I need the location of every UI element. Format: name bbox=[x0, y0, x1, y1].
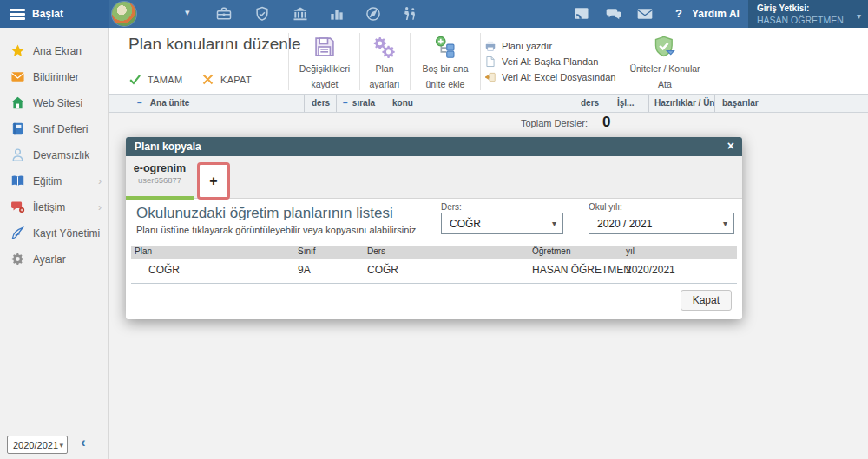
modal-kapat-button[interactable]: Kapat bbox=[681, 290, 732, 311]
person-icon bbox=[10, 148, 25, 162]
envelope-icon bbox=[10, 69, 25, 84]
sidebar-item-egitim[interactable]: Eğitim › bbox=[0, 168, 108, 193]
sidebar-item-ayarlar[interactable]: Ayarlar bbox=[0, 246, 108, 272]
avatar[interactable] bbox=[112, 2, 136, 26]
cell-plan: COĞR bbox=[148, 264, 180, 276]
import-from-excel-button[interactable]: Veri Al: Excel Dosyasından bbox=[484, 71, 615, 83]
plan-list-row[interactable]: COĞR 9A COĞR HASAN ÖĞRETMEN 2020/2021 bbox=[131, 259, 737, 284]
import-from-plan-label: Veri Al: Başka Plandan bbox=[502, 56, 598, 67]
sidebar-item-ana-ekran[interactable]: Ana Ekran bbox=[0, 38, 108, 63]
bank-icon[interactable] bbox=[292, 5, 309, 23]
grid-column-ana-unite[interactable]: −Ana ünite bbox=[108, 95, 332, 112]
modal-tabstrip: e-ogrenim user656877 + bbox=[126, 156, 742, 199]
document-icon bbox=[484, 56, 496, 68]
tab-subname: user656877 bbox=[126, 175, 194, 185]
year-filter-value: 2020 / 2021 bbox=[597, 218, 652, 230]
screen-cast-icon[interactable] bbox=[573, 5, 590, 23]
toolbar-separator bbox=[480, 33, 481, 90]
sidebar-item-web-sitesi[interactable]: Web Sitesi bbox=[0, 90, 108, 115]
print-plan-button[interactable]: Planı yazdır bbox=[484, 40, 552, 52]
grid-column-islem[interactable]: İşl... bbox=[608, 95, 648, 112]
grid-column-hazirliklar[interactable]: Hazırlıklar / Ünit... bbox=[648, 95, 714, 112]
col-plan: Plan bbox=[135, 246, 152, 256]
sidebar-item-sinif-defteri[interactable]: Sınıf Defteri bbox=[0, 116, 108, 141]
start-label: Başlat bbox=[32, 8, 63, 20]
ders-filter-value: COĞR bbox=[450, 218, 481, 230]
sidebar-item-label: Kayıt Yönetimi bbox=[33, 227, 100, 239]
modal-header[interactable]: Planı kopyala × bbox=[126, 137, 742, 156]
tab-e-ogrenim[interactable]: e-ogrenim user656877 bbox=[126, 156, 194, 199]
sidebar: Ana Ekran Bildirimler Web Sitesi Sınıf D… bbox=[0, 28, 108, 459]
chat-icon bbox=[10, 200, 25, 214]
grid-column-ders[interactable]: ders bbox=[304, 95, 336, 112]
help-question-icon[interactable]: ? bbox=[675, 7, 682, 20]
kapat-button[interactable]: KAPAT bbox=[201, 73, 252, 86]
bar-chart-icon[interactable] bbox=[328, 5, 345, 23]
school-year-select[interactable]: 2020/2021 ▾ bbox=[7, 436, 68, 454]
grid-column-basarilar[interactable]: başarılar bbox=[714, 95, 868, 112]
login-role-label: Giriş Yetkisi: bbox=[757, 3, 809, 13]
sort-minus-icon[interactable]: − bbox=[343, 98, 348, 108]
total-lessons-value: 0 bbox=[602, 114, 610, 131]
sidebar-item-bildirimler[interactable]: Bildirimler bbox=[0, 64, 108, 89]
gears-icon bbox=[372, 35, 397, 59]
chevron-right-icon: › bbox=[98, 201, 102, 213]
help-link[interactable]: Yardım Al bbox=[692, 8, 740, 20]
assign-units-label: Üniteler / Konular Ata bbox=[629, 63, 700, 89]
chevron-right-icon: › bbox=[98, 175, 102, 187]
avatar-caret-down-icon[interactable]: ▾ bbox=[185, 7, 190, 18]
toolbar-separator bbox=[288, 33, 289, 90]
topbar: Başlat ▾ ? Yardım Al bbox=[0, 0, 868, 28]
copy-plan-modal: Planı kopyala × e-ogrenim user656877 + O… bbox=[126, 137, 742, 319]
floppy-disk-icon bbox=[312, 35, 337, 59]
cell-ogretmen: HASAN ÖĞRETMEN bbox=[532, 264, 631, 276]
add-tab-button[interactable]: + bbox=[197, 162, 230, 200]
shield-check-icon[interactable] bbox=[253, 5, 271, 23]
start-menu-button[interactable]: Başlat bbox=[0, 0, 108, 28]
mail-icon[interactable] bbox=[636, 5, 654, 23]
cell-ders: COĞR bbox=[367, 264, 398, 276]
ders-filter-select[interactable]: COĞR ▾ bbox=[441, 213, 563, 234]
sidebar-item-kayit-yonetimi[interactable]: Kayıt Yönetimi bbox=[0, 220, 108, 246]
notebook-icon bbox=[10, 121, 25, 136]
hamburger-menu-icon[interactable] bbox=[10, 7, 25, 22]
sidebar-collapse-chevron[interactable]: ‹ bbox=[81, 434, 86, 451]
walking-people-icon[interactable] bbox=[401, 5, 418, 23]
sidebar-item-label: Ana Ekran bbox=[33, 45, 82, 57]
briefcase-icon[interactable] bbox=[215, 5, 233, 23]
sidebar-item-label: Ayarlar bbox=[33, 253, 66, 266]
compass-icon[interactable] bbox=[365, 5, 382, 23]
col-ogretmen: Öğretmen bbox=[532, 246, 570, 256]
col-yil: yıl bbox=[626, 246, 635, 256]
chat-bubbles-icon[interactable] bbox=[605, 5, 622, 23]
login-role-dropdown[interactable]: Giriş Yetkisi: HASAN ÖĞRETMEN ▾ bbox=[748, 0, 868, 28]
grid-column-ders-2[interactable]: ders bbox=[569, 95, 608, 112]
collapse-minus-icon[interactable]: − bbox=[137, 98, 142, 108]
school-year-value: 2020/2021 bbox=[13, 440, 58, 450]
sidebar-item-label: Bildirimler bbox=[33, 71, 79, 83]
green-shield-check-icon bbox=[653, 35, 677, 59]
home-icon bbox=[10, 95, 25, 110]
grid-column-konu[interactable]: konu bbox=[385, 95, 569, 112]
year-filter-select[interactable]: 2020 / 2021 ▾ bbox=[589, 213, 734, 234]
sidebar-item-label: Web Sitesi bbox=[33, 97, 82, 109]
printer-icon bbox=[484, 40, 496, 52]
org-diagram-plus-icon bbox=[433, 35, 457, 59]
check-icon bbox=[128, 73, 141, 86]
grid-column-sirala[interactable]: −sırala bbox=[336, 95, 385, 112]
tamam-button[interactable]: TAMAM bbox=[128, 73, 182, 86]
assign-units-button[interactable]: Üniteler / Konular Ata bbox=[627, 33, 703, 90]
sidebar-item-label: Sınıf Defteri bbox=[33, 123, 88, 135]
cross-icon bbox=[201, 73, 214, 86]
star-icon bbox=[10, 43, 25, 58]
import-from-plan-button[interactable]: Veri Al: Başka Plandan bbox=[484, 56, 598, 68]
plan-settings-button[interactable]: Plan ayarları bbox=[361, 33, 408, 90]
sidebar-item-devamsizlik[interactable]: Devamsızlık bbox=[0, 142, 108, 167]
close-icon[interactable]: × bbox=[727, 139, 734, 153]
sidebar-item-iletisim[interactable]: İletişim › bbox=[0, 194, 108, 220]
save-changes-button[interactable]: Değişiklikleri kaydet bbox=[292, 33, 358, 90]
ders-filter-label: Ders: bbox=[441, 202, 462, 212]
year-filter-label: Okul yılı: bbox=[589, 202, 622, 212]
add-empty-unit-button[interactable]: Boş bir ana ünite ekle bbox=[411, 33, 479, 90]
cell-yil: 2020/2021 bbox=[626, 264, 675, 276]
